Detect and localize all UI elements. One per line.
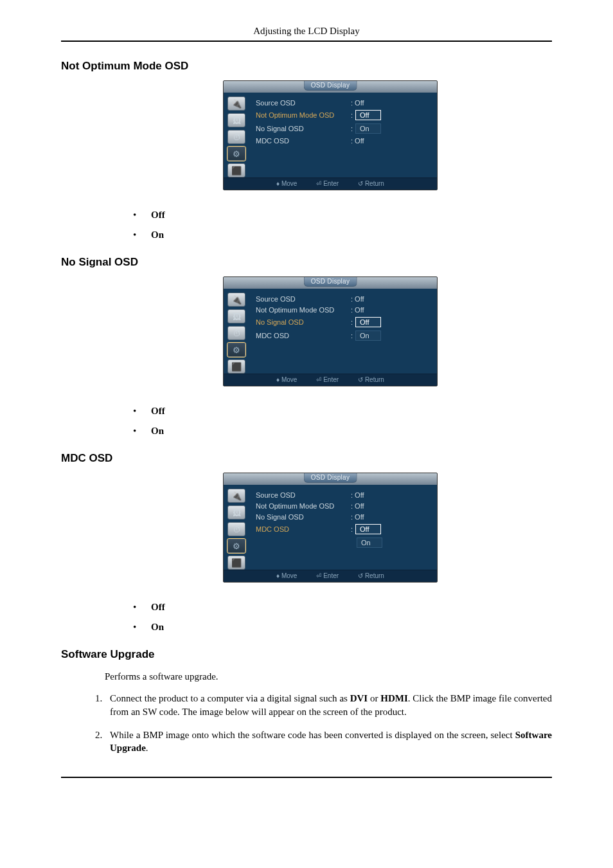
osd-nav-icon-timer[interactable]: ⏱ bbox=[227, 522, 245, 536]
osd-nav-icon-multi[interactable]: ⬛ bbox=[227, 359, 245, 374]
osd-row-notopt[interactable]: Not Optimum Mode OSD : Off bbox=[256, 110, 429, 120]
osd-panel-mdc: OSD Display 🔌 🖼 ⏱ ⚙ ⬛ Source OSD : Off N… bbox=[223, 473, 438, 583]
heading-no-signal: No Signal OSD bbox=[61, 256, 552, 269]
upgrade-intro: Performs a software upgrade. bbox=[105, 670, 552, 683]
page-header: Adjusting the LCD Display bbox=[61, 26, 552, 37]
osd-sidebar: 🔌 🖼 ⏱ ⚙ ⬛ bbox=[224, 289, 249, 374]
osd-label: No Signal OSD bbox=[256, 513, 351, 521]
osd-footer-move: ♦ Move bbox=[276, 180, 297, 187]
osd-row-n(option-on)[interactable]: No Signal OSD : On bbox=[256, 123, 429, 134]
osd-option-off[interactable]: Off bbox=[355, 317, 381, 327]
osd-value: : Off bbox=[351, 306, 364, 314]
upgrade-step-2: While a BMP image onto which the softwar… bbox=[105, 728, 552, 755]
osd-footer: ♦ Move ⏎ Enter ↺ Return bbox=[224, 374, 437, 386]
osd-label: MDC OSD bbox=[256, 525, 351, 533]
osd-option-on[interactable]: On bbox=[355, 123, 381, 134]
osd-nav-icon-settings[interactable]: ⚙ bbox=[227, 147, 245, 161]
osd-label: MDC OSD bbox=[256, 332, 351, 339]
osd-option-on[interactable]: On bbox=[355, 330, 381, 341]
osd-value: : Off bbox=[351, 99, 364, 107]
osd-footer-return: ↺ Return bbox=[358, 572, 384, 579]
upgrade-step-1: Connect the product to a computer via a … bbox=[105, 692, 552, 718]
upgrade-steps: Connect the product to a computer via a … bbox=[105, 692, 552, 754]
osd-footer: ♦ Move ⏎ Enter ↺ Return bbox=[224, 177, 437, 190]
osd-sep: : bbox=[351, 332, 353, 339]
heading-not-optimum: Not Optimum Mode OSD bbox=[61, 60, 552, 73]
osd-footer-move: ♦ Move bbox=[276, 376, 297, 383]
osd-row-source[interactable]: Source OSD : Off bbox=[256, 295, 429, 303]
osd-titlebar: OSD Display bbox=[224, 277, 437, 289]
osd-panel-no-signal: OSD Display 🔌 🖼 ⏱ ⚙ ⬛ Source OSD : Off N… bbox=[223, 276, 438, 386]
osd-nav-icon-picture[interactable]: 🖼 bbox=[227, 309, 245, 323]
osd-option-off[interactable]: Off bbox=[355, 524, 381, 534]
osd-nav-icon-picture[interactable]: 🖼 bbox=[227, 505, 245, 520]
osd-row-mdc[interactable]: MDC OSD : Off bbox=[256, 137, 429, 145]
osd-label: Not Optimum Mode OSD bbox=[256, 111, 351, 119]
options-list-nosig: Off On bbox=[133, 406, 552, 437]
heading-software-upgrade: Software Upgrade bbox=[61, 648, 552, 661]
osd-row-source[interactable]: Source OSD : Off bbox=[256, 99, 429, 107]
osd-nav-icon-timer[interactable]: ⏱ bbox=[227, 130, 245, 144]
list-item: Off bbox=[133, 602, 552, 613]
list-item: On bbox=[133, 426, 552, 437]
osd-footer-return: ↺ Return bbox=[358, 376, 384, 383]
osd-footer-enter: ⏎ Enter bbox=[316, 180, 339, 187]
options-list-mdc: Off On bbox=[133, 602, 552, 633]
osd-option-on-row[interactable]: On bbox=[256, 538, 429, 548]
osd-label: Source OSD bbox=[256, 491, 351, 499]
osd-label: MDC OSD bbox=[256, 137, 351, 145]
osd-label: No Signal OSD bbox=[256, 125, 351, 132]
osd-label: Source OSD bbox=[256, 99, 351, 107]
list-item: On bbox=[133, 230, 552, 240]
list-item: Off bbox=[133, 210, 552, 221]
osd-nav-icon-multi[interactable]: ⬛ bbox=[227, 556, 245, 570]
osd-value: : Off bbox=[351, 491, 364, 499]
osd-footer-move: ♦ Move bbox=[276, 572, 297, 579]
osd-sep: : bbox=[351, 111, 353, 119]
osd-footer-return: ↺ Return bbox=[358, 180, 384, 187]
osd-row-nosig[interactable]: No Signal OSD : Off bbox=[256, 513, 429, 521]
list-item: On bbox=[133, 622, 552, 633]
osd-sep: : bbox=[351, 125, 353, 132]
osd-row-notopt[interactable]: Not Optimum Mode OSD : Off bbox=[256, 306, 429, 314]
osd-value: : Off bbox=[351, 502, 364, 510]
osd-option-on-row[interactable]: MDC OSD : On bbox=[256, 330, 429, 341]
osd-title: OSD Display bbox=[304, 277, 357, 287]
list-item: Off bbox=[133, 406, 552, 417]
osd-nav-icon-timer[interactable]: ⏱ bbox=[227, 326, 245, 340]
heading-mdc-osd: MDC OSD bbox=[61, 452, 552, 465]
osd-nav-icon-settings[interactable]: ⚙ bbox=[227, 343, 245, 357]
osd-footer-enter: ⏎ Enter bbox=[316, 572, 339, 579]
osd-nav-icon-multi[interactable]: ⬛ bbox=[227, 163, 245, 177]
osd-footer: ♦ Move ⏎ Enter ↺ Return bbox=[224, 570, 437, 582]
osd-row-source[interactable]: Source OSD : Off bbox=[256, 491, 429, 499]
options-list-notopt: Off On bbox=[133, 210, 552, 240]
osd-sidebar: 🔌 🖼 ⏱ ⚙ ⬛ bbox=[224, 93, 249, 177]
osd-panel-not-optimum: OSD Display 🔌 🖼 ⏱ ⚙ ⬛ Source OSD : Off N… bbox=[223, 80, 438, 190]
osd-footer-enter: ⏎ Enter bbox=[316, 376, 339, 383]
osd-nav-icon-input[interactable]: 🔌 bbox=[227, 293, 245, 307]
osd-label: Not Optimum Mode OSD bbox=[256, 306, 351, 314]
osd-sep: : bbox=[351, 525, 353, 533]
osd-label: No Signal OSD bbox=[256, 318, 351, 326]
osd-sidebar: 🔌 🖼 ⏱ ⚙ ⬛ bbox=[224, 485, 249, 570]
osd-nav-icon-input[interactable]: 🔌 bbox=[227, 489, 245, 503]
osd-row-mdc[interactable]: MDC OSD : Off bbox=[256, 524, 429, 534]
osd-nav-icon-settings[interactable]: ⚙ bbox=[227, 539, 245, 553]
osd-value: : Off bbox=[351, 137, 364, 145]
osd-titlebar: OSD Display bbox=[224, 81, 437, 93]
osd-nav-icon-input[interactable]: 🔌 bbox=[227, 96, 245, 111]
osd-title: OSD Display bbox=[304, 473, 357, 483]
osd-option-off[interactable]: Off bbox=[355, 110, 381, 120]
osd-value: : Off bbox=[351, 513, 364, 521]
osd-row-notopt[interactable]: Not Optimum Mode OSD : Off bbox=[256, 502, 429, 510]
osd-nav-icon-picture[interactable]: 🖼 bbox=[227, 113, 245, 127]
osd-label: Not Optimum Mode OSD bbox=[256, 502, 351, 510]
osd-title: OSD Display bbox=[304, 81, 357, 91]
osd-row-nosig[interactable]: No Signal OSD : Off bbox=[256, 317, 429, 327]
footer-rule bbox=[61, 777, 552, 778]
header-rule bbox=[61, 41, 552, 42]
osd-option-on[interactable]: On bbox=[357, 538, 382, 548]
osd-sep: : bbox=[351, 318, 353, 326]
osd-value: : Off bbox=[351, 295, 364, 303]
